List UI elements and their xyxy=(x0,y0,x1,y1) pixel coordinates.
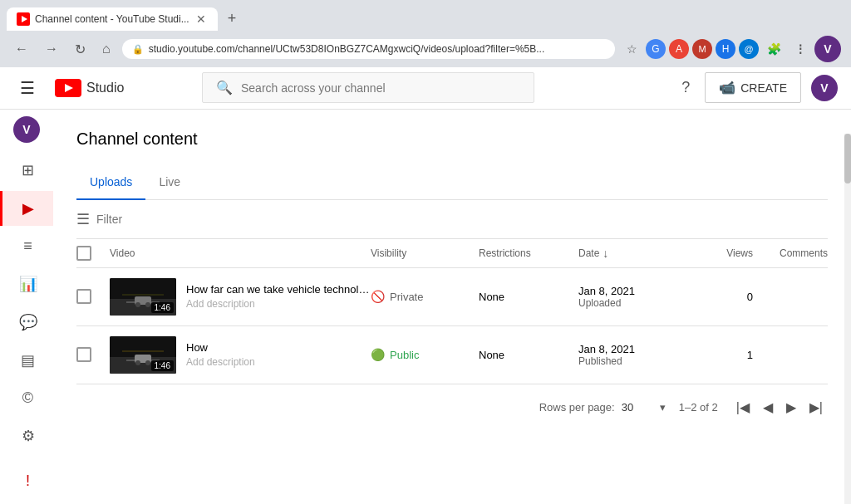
filter-icon[interactable]: ☰ xyxy=(76,210,90,228)
row2-checkbox[interactable] xyxy=(76,347,91,362)
row1-restrictions: None xyxy=(479,291,578,303)
last-page-button[interactable]: ▶| xyxy=(804,394,828,420)
extension-h-button[interactable]: H xyxy=(716,39,735,59)
row2-video: 1:46 How Add description xyxy=(110,336,371,374)
row1-checkbox[interactable] xyxy=(76,289,91,304)
svg-point-16 xyxy=(145,360,150,365)
row1-thumbnail[interactable]: 1:46 xyxy=(110,278,176,316)
refresh-button[interactable]: ↻ xyxy=(70,38,91,61)
tab-close-button[interactable]: ✕ xyxy=(194,12,208,26)
forward-button[interactable]: → xyxy=(40,38,63,60)
sidebar-item-settings[interactable]: ⚙ xyxy=(0,418,53,453)
rows-per-page-select[interactable]: 30 50 100 xyxy=(622,401,653,413)
dropdown-icon: ▾ xyxy=(660,401,666,413)
row2-date-main: Jan 8, 2021 xyxy=(578,343,686,355)
extension-blue-button[interactable]: @ xyxy=(739,39,759,59)
row2-check xyxy=(76,347,110,362)
extension-mail-button[interactable]: M xyxy=(692,39,712,59)
bookmark-button[interactable]: ☆ xyxy=(622,39,642,59)
header-comments: Comments xyxy=(753,247,828,259)
select-all-checkbox[interactable] xyxy=(76,246,91,261)
browser-avatar[interactable]: V xyxy=(814,36,841,62)
extension-g-button[interactable]: G xyxy=(646,39,666,59)
filter-row: ☰ Filter xyxy=(76,200,828,239)
more-button[interactable]: ⋮ xyxy=(790,39,811,59)
address-bar-row: ← → ↻ ⌂ 🔒 studio.youtube.com/channel/UCt… xyxy=(0,31,851,67)
app-body: V ⊞ ▶ ≡ 📊 💬 ▤ © ⚙ xyxy=(0,110,851,504)
feedback-icon: ! xyxy=(26,472,30,490)
pagination: Rows per page: 30 50 100 ▾ 1–2 of 2 |◀ ◀… xyxy=(76,384,828,430)
header-date[interactable]: Date ↓ xyxy=(578,247,686,260)
row2-description[interactable]: Add description xyxy=(186,356,371,368)
tab-bar: Channel content - YouTube Studi... ✕ + xyxy=(0,0,851,31)
new-tab-button[interactable]: + xyxy=(221,7,243,31)
header-check xyxy=(76,246,110,261)
row1-description[interactable]: Add description xyxy=(186,298,371,310)
prev-page-button[interactable]: ◀ xyxy=(758,394,778,420)
user-avatar[interactable]: V xyxy=(811,75,838,101)
extensions-button[interactable]: 🧩 xyxy=(762,39,786,59)
logo[interactable]: Studio xyxy=(55,79,124,97)
rows-per-page-label: Rows per page: xyxy=(539,401,615,413)
sidebar-item-dashboard[interactable]: ⊞ xyxy=(0,153,53,188)
header-video: Video xyxy=(110,247,371,259)
public-icon: 🟢 xyxy=(371,348,385,361)
row2-title[interactable]: How xyxy=(186,341,371,354)
row1-views: 0 xyxy=(686,291,753,303)
row1-video-info: How far can we take vehicle technolo... … xyxy=(186,283,371,310)
row2-visibility: 🟢 Public xyxy=(371,348,479,361)
row1-date-sub: Uploaded xyxy=(578,297,686,309)
table-row: 1:46 How Add description 🟢 Public None J… xyxy=(76,326,828,384)
dashboard-icon: ⊞ xyxy=(22,161,34,179)
youtube-logo-icon xyxy=(55,79,81,97)
search-input[interactable] xyxy=(241,81,520,95)
help-button[interactable]: ? xyxy=(676,74,695,101)
row2-date: Jan 8, 2021 Published xyxy=(578,343,686,367)
row1-visibility-label: Private xyxy=(390,291,423,303)
extension-a-button[interactable]: A xyxy=(669,39,689,59)
tab-live[interactable]: Live xyxy=(145,165,194,200)
tab-uploads[interactable]: Uploads xyxy=(76,165,145,200)
page-navigation: |◀ ◀ ▶ ▶| xyxy=(731,394,828,420)
filter-label[interactable]: Filter xyxy=(96,213,122,226)
tab-title: Channel content - YouTube Studi... xyxy=(35,13,189,25)
private-icon: 🚫 xyxy=(371,290,385,303)
address-bar[interactable]: 🔒 studio.youtube.com/channel/UCtw53D8IOn… xyxy=(122,39,615,59)
settings-icon: ⚙ xyxy=(22,427,35,445)
row1-title[interactable]: How far can we take vehicle technolo... xyxy=(186,283,371,296)
back-button[interactable]: ← xyxy=(10,38,33,60)
sidebar-item-comments[interactable]: 💬 xyxy=(0,305,53,340)
row1-video: 1:46 How far can we take vehicle technol… xyxy=(110,278,371,316)
browser-chrome: Channel content - YouTube Studi... ✕ + ←… xyxy=(0,0,851,67)
row1-visibility: 🚫 Private xyxy=(371,290,479,303)
create-video-icon: 📹 xyxy=(719,80,735,95)
sidebar-item-analytics[interactable]: 📊 xyxy=(0,267,53,301)
browser-toolbar: ☆ G A M H @ 🧩 ⋮ V xyxy=(622,36,841,62)
sidebar-item-content[interactable]: ▶ xyxy=(0,191,53,226)
row2-video-info: How Add description xyxy=(186,341,371,368)
lock-icon: 🔒 xyxy=(132,44,144,55)
first-page-button[interactable]: |◀ xyxy=(731,394,755,420)
url-text: studio.youtube.com/channel/UCtw53D8IOnBG… xyxy=(149,43,545,55)
create-button[interactable]: 📹 CREATE xyxy=(705,72,801,103)
sidebar: V ⊞ ▶ ≡ 📊 💬 ▤ © ⚙ xyxy=(0,110,53,504)
table-row: 1:46 How far can we take vehicle technol… xyxy=(76,268,828,326)
svg-point-8 xyxy=(135,302,140,307)
search-bar[interactable]: 🔍 xyxy=(202,72,534,103)
create-label: CREATE xyxy=(740,81,787,95)
row2-thumbnail[interactable]: 1:46 xyxy=(110,336,176,374)
sidebar-item-playlists[interactable]: ▤ xyxy=(0,343,53,378)
scrollbar-thumb[interactable] xyxy=(844,134,851,183)
menu-button[interactable]: ☰ xyxy=(13,71,42,105)
row2-duration: 1:46 xyxy=(151,360,174,371)
header-actions: ? 📹 CREATE V xyxy=(676,72,838,103)
row2-restrictions: None xyxy=(479,349,578,361)
sidebar-item-feedback[interactable]: ! xyxy=(0,464,53,498)
sidebar-item-subtitles[interactable]: ≡ xyxy=(0,229,53,263)
home-button[interactable]: ⌂ xyxy=(97,38,116,60)
active-tab[interactable]: Channel content - YouTube Studi... ✕ xyxy=(7,7,218,31)
sidebar-item-copyright[interactable]: © xyxy=(0,381,53,415)
sidebar-avatar[interactable]: V xyxy=(13,116,40,143)
next-page-button[interactable]: ▶ xyxy=(781,394,801,420)
row2-date-sub: Published xyxy=(578,355,686,367)
